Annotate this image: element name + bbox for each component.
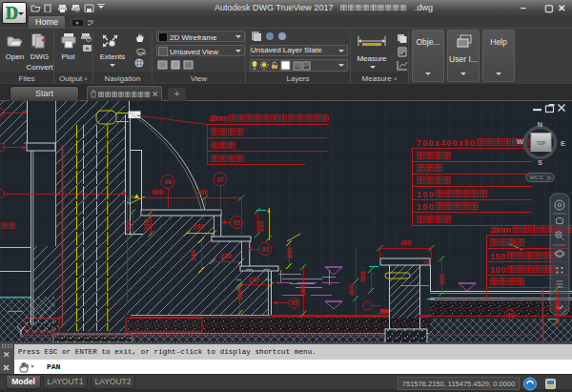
svg-text:900: 900 <box>152 189 163 196</box>
svg-text:✕: ✕ <box>152 90 159 99</box>
svg-text:100: 100 <box>417 190 435 199</box>
svg-text:✕: ✕ <box>3 350 10 360</box>
svg-text:150: 150 <box>490 252 506 261</box>
svg-text:300: 300 <box>439 274 445 285</box>
svg-text:200: 200 <box>125 220 132 232</box>
svg-text:190: 190 <box>193 223 204 230</box>
svg-text:230: 230 <box>248 277 259 283</box>
svg-text:300: 300 <box>359 271 366 282</box>
svg-text:220: 220 <box>257 220 264 232</box>
svg-text:05: 05 <box>291 299 298 306</box>
svg-text:200: 200 <box>143 219 150 231</box>
svg-text:400: 400 <box>400 239 412 246</box>
svg-text:07: 07 <box>216 176 224 183</box>
svg-text:400: 400 <box>348 284 355 296</box>
svg-text:08: 08 <box>164 178 172 185</box>
svg-text:300: 300 <box>236 289 243 300</box>
svg-text:500: 500 <box>554 299 561 310</box>
svg-text:N: N <box>538 120 542 129</box>
svg-text:700x400x50: 700x400x50 <box>417 138 476 148</box>
svg-text:W: W <box>517 137 524 146</box>
svg-text:100: 100 <box>417 202 435 212</box>
svg-text:240: 240 <box>190 250 196 261</box>
svg-text:100: 100 <box>490 265 506 275</box>
svg-text:20mm: 20mm <box>209 113 228 123</box>
svg-text:08: 08 <box>506 312 514 319</box>
svg-text:05: 05 <box>233 219 240 226</box>
svg-text:400: 400 <box>196 189 208 196</box>
svg-text:S: S <box>538 158 542 167</box>
svg-text:50: 50 <box>423 259 430 265</box>
svg-text:05: 05 <box>261 246 269 253</box>
svg-text:230: 230 <box>220 253 232 259</box>
svg-text:WCS: WCS <box>529 174 542 180</box>
svg-text:TOP: TOP <box>537 141 545 146</box>
svg-text:240: 240 <box>286 247 293 258</box>
svg-text:20mm: 20mm <box>490 225 511 235</box>
svg-text:E: E <box>561 139 565 148</box>
